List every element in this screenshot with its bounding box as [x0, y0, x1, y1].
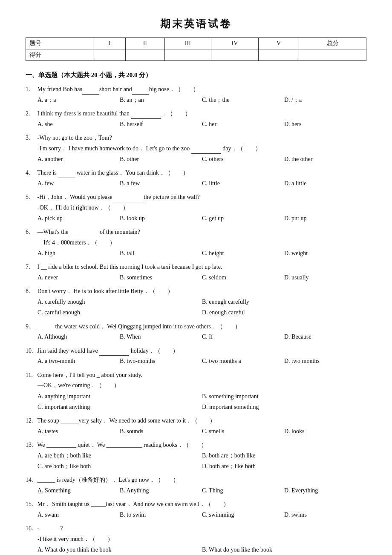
q15-opt-c: C. swimming [202, 509, 284, 520]
q6-opt-a: A. high [37, 248, 120, 259]
q6-num: 6. [26, 227, 36, 237]
q14-num: 14. [26, 475, 36, 485]
q5-text1: -Hi，John． Would you please the picture o… [37, 194, 200, 200]
q10-num: 10. [26, 346, 36, 356]
score-table: 题号 I II III IV V 总分 得分 [26, 37, 366, 61]
question-4: 4. There is water in the glass． You can … [26, 168, 366, 189]
q7-options: A. never B. sometimes C. seldom D. usual… [37, 272, 366, 283]
q2-num: 2. [26, 109, 36, 119]
q8-text: Don't worry． He is to look after little … [37, 288, 173, 294]
q7-num: 7. [26, 262, 36, 272]
q6-text2: —It's 4，000meters．（ ） [37, 237, 366, 248]
q1-opt-b: B. an；an [120, 95, 202, 105]
q15-text: Mr． Smith taught us _____last year． And … [37, 501, 230, 507]
q12-opt-b: B. sounds [120, 426, 202, 437]
q2-opt-d: D. hers [284, 119, 366, 129]
q3-text2: -I'm sorry． I have much homework to do． … [37, 143, 366, 154]
q5-opt-d: D. put up [284, 213, 366, 224]
q6-text1: —What's the of the mountain? [37, 229, 140, 235]
question-2: 2. I think my dress is more beautiful th… [26, 109, 366, 129]
q11-text1: Come here，I'll tell you _ about your stu… [37, 372, 143, 378]
score-val-total [299, 49, 366, 61]
q8-opt-c: C. careful enough [37, 307, 202, 318]
score-col-4: IV [211, 38, 258, 49]
q8-opt-a: A. carefully enough [37, 296, 202, 307]
q5-num: 5. [26, 192, 36, 202]
q8-opt-b: B. enough carefully [202, 296, 366, 307]
q1-opt-c: C. the；the [202, 95, 284, 105]
q6-opt-b: B. tall [120, 248, 202, 259]
score-col-2: II [125, 38, 164, 49]
q10-options: A. a two-month B. two-months C. two mont… [37, 356, 366, 366]
question-1: 1. My friend Bob hasshort hair andbig no… [26, 84, 366, 105]
score-val-5 [259, 49, 299, 61]
exam-page: 期末英语试卷 题号 I II III IV V 总分 得分 一、单选题（本大题共… [0, 0, 392, 555]
q7-opt-c: C. seldom [202, 272, 284, 283]
q9-opt-d: D. Because [284, 331, 366, 342]
q13-opt-b: B. both are；both like [202, 450, 366, 461]
q10-opt-a: A. a two-month [37, 356, 120, 366]
q11-opt-b: B. something important [202, 391, 366, 402]
q12-num: 12. [26, 416, 36, 426]
question-5: 5. -Hi，John． Would you please the pictur… [26, 192, 366, 224]
q12-opt-d: D. looks [284, 426, 366, 437]
q8-opt-d: D. enough careful [202, 307, 366, 318]
score-col-total: 总分 [299, 38, 366, 49]
q2-text: I think my dress is more beautiful than … [37, 110, 191, 117]
q2-opt-a: A. she [37, 119, 120, 129]
q11-options: A. anything important B. something impor… [37, 391, 366, 412]
page-title: 期末英语试卷 [26, 17, 366, 31]
q16-num: 16. [26, 523, 36, 534]
q14-opt-d: D. Everything [284, 485, 366, 496]
question-15: 15. Mr． Smith taught us _____last year． … [26, 499, 366, 520]
q15-opt-b: B. to swim [120, 509, 202, 520]
q13-options: A. are both；both like B. both are；both l… [37, 450, 366, 472]
q7-opt-d: D. usually [284, 272, 366, 283]
q10-text: Jim said they would have holiday．（ ） [37, 348, 179, 354]
question-9: 9. ______the water was cold， Wei Qinggan… [26, 322, 366, 342]
q5-opt-c: C. get up [202, 213, 284, 224]
q12-opt-c: C. smells [202, 426, 284, 437]
q8-options: A. carefully enough B. enough carefully … [37, 296, 366, 318]
q14-options: A. Something B. Anything C. Thing D. Eve… [37, 485, 366, 496]
section1-title: 一、单选题（本大题共 20 小题，共 20.0 分） [26, 71, 366, 79]
q1-text: My friend Bob hasshort hair andbig nose．… [37, 86, 199, 92]
q16-opt-a: A. What do you think the book [37, 544, 202, 555]
q4-opt-c: C. little [202, 178, 284, 189]
q1-options: A. a；a B. an；an C. the；the D. /；a [37, 95, 366, 105]
q3-options: A. another B. other C. others D. the oth… [37, 154, 366, 164]
question-8: 8. Don't worry． He is to look after litt… [26, 286, 366, 318]
score-val-2 [125, 49, 164, 61]
q3-opt-b: B. other [120, 154, 202, 164]
q14-opt-c: C. Thing [202, 485, 284, 496]
q14-opt-b: B. Anything [120, 485, 202, 496]
q15-opt-a: A. swam [37, 509, 120, 520]
q6-options: A. high B. tall C. height D. weight [37, 248, 366, 259]
score-val-1 [93, 49, 125, 61]
q14-text: ______ is ready（准备好的）． Let's go now．（ ） [37, 477, 179, 483]
q11-opt-c: C. important anything [37, 402, 202, 412]
q4-num: 4. [26, 168, 36, 178]
question-7: 7. I __ ride a bike to school. But this … [26, 262, 366, 283]
q9-opt-b: B. When [120, 331, 202, 342]
q6-opt-d: D. weight [284, 248, 366, 259]
score-col-3: III [165, 38, 211, 49]
q1-opt-d: D. /；a [284, 95, 366, 105]
q16-text1: -_______? [37, 525, 63, 532]
q5-opt-b: B. look up [120, 213, 202, 224]
question-6: 6. —What's the of the mountain? —It's 4，… [26, 227, 366, 259]
q2-options: A. she B. herself C. her D. hers [37, 119, 366, 129]
q3-opt-d: D. the other [284, 154, 366, 164]
q6-opt-c: C. height [202, 248, 284, 259]
q1-opt-a: A. a；a [37, 95, 120, 105]
q13-opt-c: C. are both；like both [37, 461, 202, 472]
q5-text2: -OK． I'll do it right now．（ ） [37, 202, 366, 213]
score-col-1: I [93, 38, 125, 49]
q12-text: The soup ______very salty． We need to ad… [37, 417, 216, 424]
q15-num: 15. [26, 499, 36, 509]
q7-opt-b: B. sometimes [120, 272, 202, 283]
q9-text: ______the water was cold， Wei Qinggang j… [37, 323, 241, 330]
q10-opt-d: D. two months [284, 356, 366, 366]
q7-opt-a: A. never [37, 272, 120, 283]
score-label-tihao: 题号 [26, 38, 93, 49]
